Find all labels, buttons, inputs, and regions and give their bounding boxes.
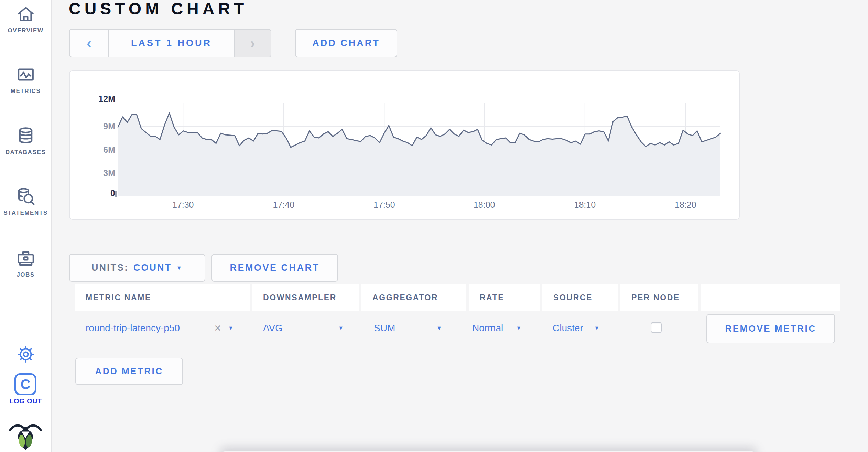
jobs-icon (16, 248, 36, 268)
sidebar-item-databases[interactable]: DATABASES (0, 126, 51, 156)
units-label: UNITS: (91, 262, 129, 273)
custom-chart-page: OVERVIEW METRICS DATABASES STATEMENTS JO… (0, 0, 868, 452)
time-range-selector: ‹ LAST 1 HOUR › (69, 29, 271, 57)
col-header-rate: RATE (469, 284, 540, 311)
y-axis-label: 6M (103, 145, 115, 154)
x-axis-label: 18:00 (474, 200, 495, 209)
chart-area-fill (118, 113, 720, 197)
custom-chart-svg: 03M6M9M12M17:3017:4017:5018:0018:1018:20 (70, 71, 739, 219)
time-range-dropdown[interactable]: LAST 1 HOUR (108, 30, 234, 57)
x-axis-label: 17:40 (273, 200, 295, 209)
col-header-downsampler: DOWNSAMPLER (252, 284, 359, 311)
sidebar-item-label: STATEMENTS (3, 209, 48, 216)
cockroach-c-icon: C (21, 377, 31, 392)
rate-dropdown[interactable]: Normal ▼ (472, 312, 521, 344)
databases-icon (16, 126, 36, 146)
sidebar-item-label: METRICS (11, 88, 41, 95)
y-axis-label: 3M (103, 168, 115, 178)
home-icon (16, 4, 36, 24)
col-header-per-node: PER NODE (620, 284, 698, 311)
x-axis-label: 18:10 (574, 200, 596, 209)
sidebar-item-label: JOBS (17, 271, 35, 278)
sidebar-item-jobs[interactable]: JOBS (0, 248, 51, 278)
chevron-down-icon: ▼ (594, 325, 599, 331)
y-axis-label: 12M (98, 94, 115, 104)
units-dropdown[interactable]: UNITS: COUNT ▼ (69, 254, 205, 282)
sidebar-item-statements[interactable]: STATEMENTS (0, 186, 51, 216)
chevron-down-icon: ▼ (228, 325, 234, 331)
sidebar-item-overview[interactable]: OVERVIEW (0, 4, 51, 34)
page-title: CUSTOM CHART (69, 0, 248, 18)
aggregator-dropdown[interactable]: SUM ▼ (374, 312, 442, 344)
add-metric-button[interactable]: ADD METRIC (75, 358, 183, 385)
gear-icon (17, 345, 35, 363)
sidebar-item-label: DATABASES (6, 149, 46, 156)
chevron-right-icon: › (250, 36, 255, 51)
remove-metric-button[interactable]: REMOVE METRIC (706, 314, 835, 343)
statements-icon (16, 186, 36, 206)
time-range-prev-button[interactable]: ‹ (70, 30, 108, 57)
chevron-down-icon: ▼ (516, 325, 521, 331)
sidebar: OVERVIEW METRICS DATABASES STATEMENTS JO… (0, 0, 52, 452)
chart-panel: 03M6M9M12M17:3017:4017:5018:0018:1018:20 (69, 70, 740, 220)
time-range-label: LAST 1 HOUR (131, 38, 212, 49)
chevron-left-icon: ‹ (87, 36, 91, 51)
y-axis-label: 0 (110, 188, 115, 198)
sidebar-item-label: OVERVIEW (8, 27, 43, 34)
col-header-actions (701, 284, 840, 311)
source-dropdown[interactable]: Cluster ▼ (553, 312, 599, 344)
col-header-metric-name: METRIC NAME (75, 284, 250, 311)
x-axis-label: 17:30 (172, 200, 194, 209)
per-node-checkbox[interactable] (651, 322, 662, 333)
metrics-icon (16, 65, 36, 85)
col-header-aggregator: AGGREGATOR (361, 284, 466, 311)
logout-label[interactable]: LOG OUT (0, 397, 51, 405)
col-header-source: SOURCE (542, 284, 618, 311)
sidebar-item-metrics[interactable]: METRICS (0, 65, 51, 95)
downsampler-dropdown[interactable]: AVG ▼ (263, 312, 344, 344)
clear-icon: ✕ (214, 323, 221, 334)
chevron-down-icon: ▼ (436, 325, 442, 331)
add-chart-button[interactable]: ADD CHART (295, 29, 397, 57)
clear-metric-button[interactable]: ✕ (214, 312, 221, 344)
chevron-down-icon: ▼ (338, 325, 344, 331)
x-axis-label: 17:50 (373, 200, 395, 209)
time-range-next-button[interactable]: › (234, 30, 271, 57)
units-value: COUNT (133, 262, 172, 273)
logout-button[interactable]: C (14, 373, 36, 395)
remove-chart-button[interactable]: REMOVE CHART (211, 254, 338, 282)
x-axis-label: 18:20 (675, 200, 696, 209)
y-axis-label: 9M (103, 121, 115, 131)
metric-name-value[interactable]: round-trip-latency-p50 (86, 312, 180, 344)
settings-button[interactable] (0, 345, 51, 363)
chevron-down-icon: ▼ (176, 265, 183, 271)
metric-name-dropdown-caret[interactable]: ▼ (228, 312, 234, 344)
cockroach-bug-icon (8, 420, 43, 451)
